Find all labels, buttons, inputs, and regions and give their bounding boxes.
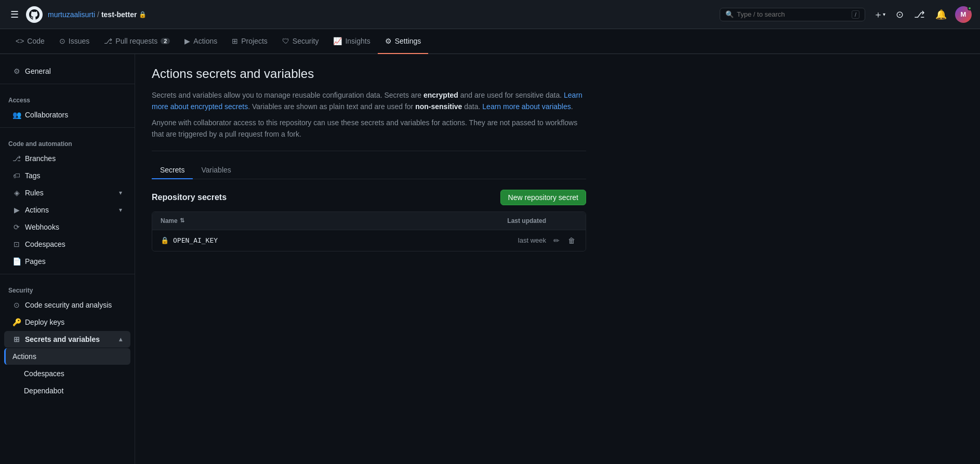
pulls-badge: 2 — [161, 38, 170, 44]
col-name-header: Name ⇅ — [161, 217, 463, 224]
chevron-up-icon: ▴ — [119, 336, 122, 343]
code-icon: <> — [16, 37, 24, 45]
repo-sep: / — [97, 10, 99, 19]
chevron-down-icon: ▾ — [883, 11, 885, 17]
sidebar-section-security: Security — [0, 279, 135, 296]
github-logo[interactable] — [26, 6, 43, 23]
secret-updated-cell: last week — [463, 236, 546, 244]
search-bar[interactable]: 🔍 / — [720, 8, 865, 21]
insights-icon: 📈 — [333, 37, 342, 45]
repo-link[interactable]: test-better — [101, 10, 137, 19]
reponav: <> Code ⊙ Issues ⎇ Pull requests 2 ▶ Act… — [0, 29, 980, 54]
page-title: Actions secrets and variables — [152, 67, 586, 81]
edit-secret-button[interactable]: ✏ — [551, 235, 562, 246]
tab-code[interactable]: <> Code — [8, 29, 52, 54]
layout: ⚙ General Access 👥 Collaborators Code an… — [0, 54, 980, 464]
sidebar-item-rules[interactable]: ◈ Rules ▾ — [4, 184, 130, 201]
secret-name-cell: 🔒 OPEN_AI_KEY — [161, 236, 463, 244]
tab-insights[interactable]: 📈 Insights — [326, 29, 377, 54]
tab-secrets[interactable]: Secrets — [152, 162, 193, 179]
sidebar-sub-actions[interactable]: Actions — [4, 348, 130, 365]
secret-action-buttons: ✏ 🗑 — [546, 235, 577, 246]
people-icon: 👥 — [12, 111, 21, 119]
topnav: ☰ murtuzaalisurti / test-better 🔒 🔍 / ＋ … — [0, 0, 980, 29]
tab-settings[interactable]: ⚙ Settings — [378, 29, 429, 54]
notifications-button[interactable]: 🔔 — [933, 7, 949, 22]
sidebar-item-webhooks[interactable]: ⟳ Webhooks — [4, 219, 130, 235]
new-button[interactable]: ＋ ▾ — [871, 6, 888, 23]
sidebar-divider-code — [0, 127, 135, 128]
avatar-status-dot — [968, 6, 972, 10]
tab-variables[interactable]: Variables — [193, 162, 239, 179]
issues-button[interactable]: ⊙ — [894, 7, 906, 22]
gear-icon: ⚙ — [12, 67, 21, 75]
tab-issues[interactable]: ⊙ Issues — [52, 29, 97, 54]
key-icon: 🔑 — [12, 318, 21, 326]
settings-icon: ⚙ — [385, 37, 392, 45]
sidebar-section-access: Access — [0, 88, 135, 106]
new-secret-button[interactable]: New repository secret — [500, 190, 586, 205]
search-shortcut: / — [852, 10, 859, 19]
sidebar-sub-codespaces[interactable]: Codespaces — [4, 365, 130, 382]
tab-projects[interactable]: ⊞ Projects — [224, 29, 275, 54]
actions-icon: ▶ — [184, 37, 190, 45]
pulls-button[interactable]: ⎇ — [912, 7, 927, 22]
sidebar-item-collaborators[interactable]: 👥 Collaborators — [4, 107, 130, 123]
bell-icon: 🔔 — [935, 9, 947, 20]
sidebar-item-code-security[interactable]: ⊙ Code security and analysis — [4, 297, 130, 313]
lock-icon: 🔒 — [139, 11, 147, 18]
tag-icon: 🏷 — [12, 171, 21, 180]
sidebar-item-general[interactable]: ⚙ General — [4, 63, 130, 79]
secret-icon: ⊞ — [12, 335, 21, 343]
security-icon: 🛡 — [282, 37, 289, 45]
chevron-down-icon: ▾ — [119, 189, 122, 196]
trash-icon: 🗑 — [568, 236, 575, 245]
topnav-right: ＋ ▾ ⊙ ⎇ 🔔 M — [871, 6, 972, 23]
table-row: 🔒 OPEN_AI_KEY last week ✏ 🗑 — [152, 230, 586, 251]
repo-path: murtuzaalisurti / test-better 🔒 — [48, 10, 147, 19]
sidebar-item-branches[interactable]: ⎇ Branches — [4, 150, 130, 167]
avatar[interactable]: M — [955, 6, 972, 23]
webhook-icon: ⟳ — [12, 223, 21, 231]
sidebar-item-tags[interactable]: 🏷 Tags — [4, 167, 130, 184]
branch-icon: ⎇ — [12, 154, 21, 163]
tab-actions[interactable]: ▶ Actions — [177, 29, 224, 54]
edit-icon: ✏ — [553, 236, 560, 245]
circle-icon: ⊙ — [896, 9, 904, 20]
section-title: Repository secrets — [152, 193, 227, 202]
sidebar-section-code: Code and automation — [0, 132, 135, 150]
chevron-down-icon: ▾ — [119, 206, 122, 214]
sidebar-item-codespaces[interactable]: ⊡ Codespaces — [4, 236, 130, 253]
username-link[interactable]: murtuzaalisurti — [48, 10, 95, 19]
tab-pulls[interactable]: ⎇ Pull requests 2 — [97, 29, 177, 54]
sidebar-item-actions[interactable]: ▶ Actions ▾ — [4, 202, 130, 218]
main-content: Actions secrets and variables Secrets an… — [135, 54, 603, 464]
pages-icon: 📄 — [12, 257, 21, 266]
lock-icon: 🔒 — [161, 236, 169, 244]
rules-icon: ◈ — [12, 189, 21, 197]
secrets-table: Name ⇅ Last updated 🔒 OPEN_AI_KEY last w… — [152, 211, 586, 251]
sidebar-sub-dependabot[interactable]: Dependabot — [4, 382, 130, 399]
search-input[interactable] — [737, 10, 849, 18]
projects-icon: ⊞ — [232, 37, 238, 45]
sidebar-item-deploy-keys[interactable]: 🔑 Deploy keys — [4, 314, 130, 330]
sort-icon[interactable]: ⇅ — [180, 217, 184, 224]
sidebar: ⚙ General Access 👥 Collaborators Code an… — [0, 54, 135, 464]
tab-security[interactable]: 🛡 Security — [275, 29, 326, 54]
sidebar-divider-access — [0, 84, 135, 84]
plus-icon: ＋ — [873, 8, 883, 21]
description-para2: Anyone with collaborator access to this … — [152, 117, 586, 140]
learn-vars-link[interactable]: Learn more about variables — [482, 102, 571, 111]
hamburger-button[interactable]: ☰ — [8, 7, 21, 22]
codespaces-icon: ⊡ — [12, 240, 21, 248]
table-header: Name ⇅ Last updated — [152, 212, 586, 230]
sidebar-item-pages[interactable]: 📄 Pages — [4, 253, 130, 270]
pr-icon: ⎇ — [104, 37, 112, 45]
description-para1: Secrets and variables allow you to manag… — [152, 89, 586, 113]
delete-secret-button[interactable]: 🗑 — [566, 235, 577, 246]
search-icon: 🔍 — [725, 10, 734, 18]
sidebar-divider-security — [0, 274, 135, 274]
sidebar-item-secrets-vars[interactable]: ⊞ Secrets and variables ▴ — [4, 331, 130, 348]
issue-icon: ⊙ — [59, 37, 65, 45]
content-divider — [152, 151, 586, 151]
